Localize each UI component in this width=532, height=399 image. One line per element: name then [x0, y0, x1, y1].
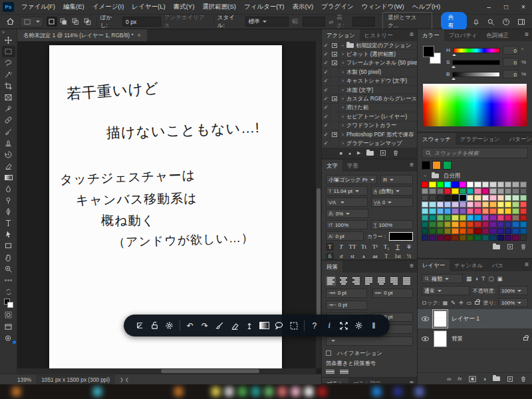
swatch-cell[interactable] [429, 215, 436, 221]
align-right-icon[interactable] [351, 276, 361, 286]
action-enabled-check-icon[interactable]: ✓ [322, 104, 331, 110]
char-ligature-button-4[interactable]: aa [371, 253, 379, 260]
menu-item-7[interactable]: 表示(V) [289, 3, 318, 10]
swatch-cell[interactable] [497, 201, 504, 207]
path-selection-tool[interactable] [2, 229, 15, 240]
swatch-cell[interactable] [460, 235, 466, 241]
swatch-cell[interactable] [437, 235, 444, 241]
swatch-cell[interactable] [467, 221, 473, 227]
tab-properties[interactable]: プロパティ [444, 29, 482, 41]
swatch-cell[interactable] [512, 195, 519, 201]
swatch-cell[interactable] [497, 208, 504, 214]
swatch-cell[interactable] [422, 188, 428, 194]
swatch-cell[interactable] [520, 182, 527, 188]
action-row[interactable]: ✓›水面 (文字) [322, 86, 417, 94]
swatch-cell[interactable] [422, 221, 428, 227]
swatch-cell[interactable] [437, 182, 444, 188]
lock-transparency-icon[interactable]: ▦ [443, 300, 448, 306]
lock-artboard-icon[interactable]: ▭ [467, 300, 472, 306]
swatch-cell[interactable] [460, 201, 466, 207]
action-enabled-check-icon[interactable]: ✓ [322, 69, 331, 75]
panel-menu-icon[interactable]: ≡ [521, 29, 532, 41]
expand-chevron-icon[interactable]: › [339, 51, 346, 57]
swatch-cell[interactable] [520, 188, 527, 194]
stop-icon[interactable]: ■ [340, 151, 342, 156]
drag-handle-icon[interactable]: ‖ [366, 321, 381, 331]
swatch-cell[interactable] [489, 182, 496, 188]
action-row[interactable]: ✓›クワドラントカラー [322, 122, 417, 130]
tracking-input[interactable]: V̲A̲0 [371, 198, 413, 207]
first-line-indent-input[interactable]: ⇥─0 pt [326, 301, 367, 310]
expand-chevron-icon[interactable]: › [339, 132, 346, 138]
horizontal-scrollbar-thumb[interactable] [161, 369, 259, 373]
search-icon[interactable] [485, 17, 497, 27]
marquee-tool[interactable] [2, 46, 15, 57]
char-style-button-5[interactable]: T₁ [382, 243, 390, 251]
swatch-cell[interactable] [520, 235, 527, 241]
swatch-cell[interactable] [482, 221, 489, 227]
swatch-cell[interactable] [452, 235, 458, 241]
action-dialog-toggle[interactable] [331, 94, 339, 102]
char-style-button-2[interactable]: TT [348, 243, 356, 251]
swatch-cell[interactable] [429, 235, 436, 241]
swatch-cell[interactable] [460, 182, 466, 188]
crop-tool[interactable] [2, 80, 15, 92]
action-row[interactable]: ✓›キャストシャドウ (文字) [322, 77, 417, 86]
swatch-cell[interactable] [422, 195, 428, 201]
horizontal-scale-input[interactable]: T̲100% [371, 220, 413, 229]
brush-icon[interactable] [212, 321, 227, 331]
swatch-cell[interactable] [467, 228, 473, 234]
tab-layers[interactable]: レイヤー [418, 259, 450, 271]
swatch-cell[interactable] [505, 201, 511, 207]
swatch-cell[interactable] [512, 182, 519, 188]
menu-item-8[interactable]: プラグイン [317, 3, 358, 10]
swatch-cell[interactable] [460, 208, 466, 214]
menu-item-5[interactable]: 選択範囲(S) [198, 3, 240, 10]
touch-shortcut-bar[interactable]: ↶ ↷ ? i ‖ [124, 315, 390, 336]
swatch-cell[interactable] [482, 195, 489, 201]
vertical-scrollbar-thumb[interactable] [317, 188, 321, 326]
swatch-cell[interactable] [460, 221, 466, 227]
fill-input[interactable]: 100% [499, 298, 528, 307]
bullet-list-icon[interactable] [326, 370, 334, 374]
action-dialog-toggle[interactable] [331, 41, 339, 49]
action-enabled-check-icon[interactable]: ✓ [322, 132, 331, 138]
left-indent-input[interactable]: ⇥≡0 pt [326, 289, 367, 298]
swatch-cell[interactable] [429, 208, 436, 214]
swatch-cell[interactable] [512, 208, 519, 214]
swatch-cell[interactable] [452, 215, 458, 221]
expand-icon[interactable] [336, 321, 351, 331]
foreground-background-colors[interactable] [4, 299, 13, 308]
layer-visibility-eye-icon[interactable] [422, 336, 429, 341]
menu-item-3[interactable]: レイヤー(L) [128, 3, 169, 10]
layer-name[interactable]: レイヤー 1 [452, 315, 528, 323]
char-ligature-button-7[interactable]: ½ [405, 253, 413, 260]
mode-intersect-selection-icon[interactable] [82, 17, 93, 27]
swatch-cell[interactable] [429, 228, 436, 234]
mode-add-selection-icon[interactable] [59, 17, 69, 27]
expand-chevron-icon[interactable]: › [339, 60, 346, 66]
tab-brushes[interactable]: ブラシ [322, 378, 348, 384]
char-style-button-6[interactable]: T [394, 243, 402, 251]
swatch-cell[interactable] [489, 208, 496, 214]
shape-tool[interactable] [2, 240, 15, 251]
swatch-cell[interactable] [474, 235, 481, 241]
expand-chevron-icon[interactable]: › [340, 42, 346, 49]
numbered-list-icon[interactable] [340, 370, 348, 374]
swatch-cell[interactable] [512, 201, 519, 207]
swatch-cell[interactable] [429, 195, 436, 201]
swatch-cell[interactable] [520, 215, 527, 221]
char-ligature-button-0[interactable]: fi [326, 253, 334, 260]
swatch-cell[interactable] [497, 235, 504, 241]
swatch-cell[interactable] [452, 221, 458, 227]
swatch-cell[interactable] [512, 215, 519, 221]
swatch-search-input[interactable]: スウォッチを検索 [422, 148, 528, 158]
justify-last-center-icon[interactable] [376, 276, 386, 286]
layer-mask-icon[interactable] [469, 376, 476, 382]
new-set-folder-icon[interactable] [366, 151, 374, 156]
tab-brush-settings[interactable]: ブラシ設定 [348, 378, 386, 384]
capture-share-icon[interactable] [2, 332, 15, 344]
text-color-swatch[interactable] [389, 232, 413, 241]
tab-swatches[interactable]: スウォッチ [418, 133, 456, 145]
tab-adjustments[interactable]: 色調補正 [481, 29, 513, 41]
